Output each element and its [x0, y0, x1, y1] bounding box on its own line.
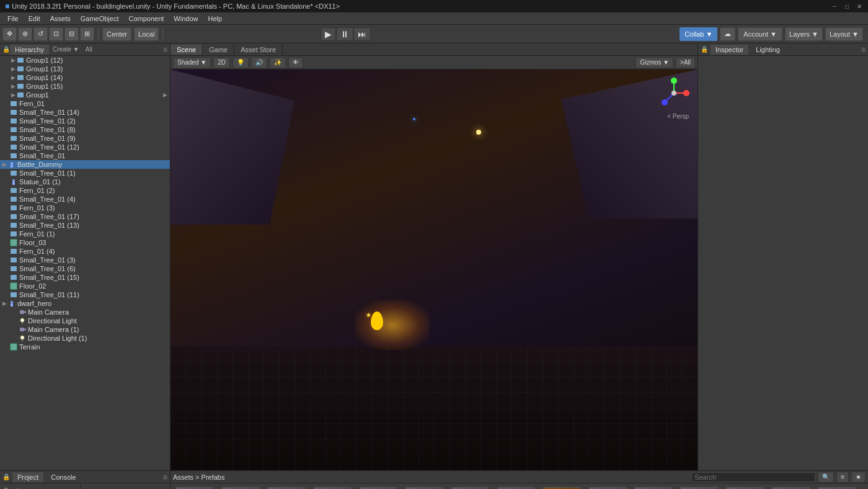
menu-item-component[interactable]: Component	[123, 14, 169, 24]
asset-search-input[interactable]	[691, 472, 815, 482]
console-tab[interactable]: Console	[46, 472, 81, 482]
collab-button[interactable]: Collab ▼	[680, 27, 717, 41]
audio-toggle[interactable]: 🔊	[251, 57, 267, 68]
hierarchy-tab[interactable]: Hierarchy	[10, 45, 49, 55]
inspector-lock-icon[interactable]: 🔒	[701, 46, 708, 53]
project-tab[interactable]: Project	[12, 472, 43, 482]
tab-scene[interactable]: Scene	[170, 45, 203, 55]
hierarchy-item-9[interactable]: Small_Tree_01 (9)	[0, 134, 170, 143]
gizmos-button[interactable]: Gizmos ▼	[636, 57, 673, 68]
menu-item-assets[interactable]: Assets	[45, 14, 76, 24]
asset-item-3[interactable]: Battle_Du...	[311, 486, 354, 489]
hierarchy-item-29[interactable]: Main Camera	[0, 308, 170, 316]
shading-dropdown[interactable]: Shaded ▼	[173, 57, 211, 68]
hierarchy-item-3[interactable]: ▶Group1 (15)	[0, 82, 170, 91]
scene-view[interactable]: < Persp ★	[170, 70, 698, 470]
pause-button[interactable]: ⏸	[336, 27, 353, 41]
hierarchy-item-11[interactable]: Small_Tree_01	[0, 151, 170, 160]
hierarchy-item-21[interactable]: Floor_03	[0, 238, 170, 247]
hierarchy-item-22[interactable]: Fern_01 (4)	[0, 247, 170, 256]
scale-tool[interactable]: ⊡	[49, 27, 63, 41]
hierarchy-item-30[interactable]: Directional Light	[0, 316, 170, 325]
hierarchy-item-5[interactable]: Fern_01	[0, 99, 170, 108]
asset-item-0[interactable]: Barrier_01	[173, 486, 216, 489]
asset-item-10[interactable]: Door_01	[632, 486, 675, 489]
rotate-tool[interactable]: ↺	[33, 27, 48, 41]
asset-star-btn[interactable]: ★	[851, 472, 866, 483]
effects-toggle[interactable]: ✨	[270, 57, 286, 68]
asset-view-btn[interactable]: ≡	[836, 472, 849, 483]
menu-item-gameobject[interactable]: GameObject	[76, 14, 124, 24]
hierarchy-item-12[interactable]: ▶Battle_Dummy	[0, 160, 170, 169]
hierarchy-item-23[interactable]: Small_Tree_01 (3)	[0, 256, 170, 264]
hierarchy-item-20[interactable]: Fern_01 (1)	[0, 230, 170, 238]
hierarchy-item-8[interactable]: Small_Tree_01 (8)	[0, 125, 170, 134]
menu-item-file[interactable]: File	[2, 14, 24, 24]
hidden-objects-toggle[interactable]: 👁	[288, 57, 303, 68]
hierarchy-item-2[interactable]: ▶Group1 (14)	[0, 73, 170, 82]
hierarchy-item-17[interactable]: Fern_01 (3)	[0, 204, 170, 212]
asset-item-2[interactable]: Barrier_03	[265, 486, 308, 489]
menu-item-help[interactable]: Help	[203, 14, 227, 24]
rect-tool[interactable]: ⊟	[64, 27, 79, 41]
menu-item-edit[interactable]: Edit	[24, 14, 45, 24]
lighting-toggle[interactable]: 💡	[232, 57, 249, 68]
asset-item-6[interactable]: Broken_Bri...	[448, 486, 492, 489]
hierarchy-item-27[interactable]: Small_Tree_01 (11)	[0, 290, 170, 299]
asset-item-14[interactable]: Floor_03	[815, 486, 859, 489]
hierarchy-item-10[interactable]: Small_Tree_01 (12)	[0, 143, 170, 151]
asset-item-9[interactable]: Cliffs	[586, 486, 629, 489]
asset-item-13[interactable]: Floor_02	[769, 486, 813, 489]
hierarchy-item-25[interactable]: Small_Tree_01 (15)	[0, 273, 170, 282]
asset-item-1[interactable]: Barrier_02	[219, 486, 262, 489]
layers-button[interactable]: Layers ▼	[785, 27, 823, 41]
asset-filter-btn[interactable]: 🔍	[818, 472, 834, 483]
project-lock-icon[interactable]: 🔒	[2, 473, 10, 480]
hierarchy-lock-icon[interactable]: 🔒	[2, 46, 10, 53]
hierarchy-item-4[interactable]: ▶Group1▶	[0, 91, 170, 99]
hierarchy-item-26[interactable]: Floor_02	[0, 282, 170, 290]
layout-button[interactable]: Layout ▼	[825, 27, 863, 41]
hierarchy-item-13[interactable]: Small_Tree_01 (1)	[0, 169, 170, 177]
inspector-menu-icon[interactable]: ≡	[861, 45, 866, 54]
pivot-local-button[interactable]: Local	[134, 27, 159, 41]
pivot-center-button[interactable]: Center	[102, 27, 131, 41]
tab-asset-store[interactable]: Asset Store	[234, 45, 283, 55]
hierarchy-item-33[interactable]: Terrain	[0, 343, 170, 351]
hand-tool[interactable]: ✥	[2, 27, 17, 41]
hierarchy-menu-icon[interactable]: ≡	[163, 45, 167, 54]
asset-item-7[interactable]: Broken_Flo...	[494, 486, 538, 489]
hierarchy-item-7[interactable]: Small_Tree_01 (2)	[0, 117, 170, 125]
asset-item-12[interactable]: Floor_01	[724, 486, 767, 489]
hierarchy-item-1[interactable]: ▶Group1 (13)	[0, 65, 170, 73]
hierarchy-item-28[interactable]: ▶dwarf_hero	[0, 299, 170, 308]
play-button[interactable]: ▶	[321, 27, 336, 41]
hierarchy-item-31[interactable]: Main Camera (1)	[0, 325, 170, 334]
hierarchy-item-24[interactable]: Small_Tree_01 (6)	[0, 264, 170, 273]
menu-item-window[interactable]: Window	[169, 14, 203, 24]
hierarchy-item-18[interactable]: Small_Tree_01 (17)	[0, 212, 170, 221]
project-menu-icon[interactable]: ≡	[163, 473, 167, 482]
hierarchy-item-14[interactable]: Statue_01 (1)	[0, 177, 170, 186]
hierarchy-item-19[interactable]: Small_Tree_01 (13)	[0, 221, 170, 230]
asset-item-8[interactable]: Chest	[540, 486, 583, 489]
inspector-tab[interactable]: Inspector	[711, 45, 748, 55]
lighting-tab[interactable]: Lighting	[751, 45, 785, 55]
maximize-button[interactable]: □	[843, 2, 851, 10]
hierarchy-item-16[interactable]: Small_Tree_01 (4)	[0, 195, 170, 204]
transform-tool[interactable]: ⊞	[80, 27, 94, 41]
asset-item-4[interactable]: Bridge_01	[356, 486, 400, 489]
all-layers-button[interactable]: >All	[676, 57, 695, 68]
asset-item-5[interactable]: Broken_Bri...	[402, 486, 446, 489]
mode-2d-button[interactable]: 2D	[213, 57, 230, 68]
cloud-button[interactable]: ☁	[720, 27, 735, 41]
step-button[interactable]: ⏭	[353, 27, 371, 41]
account-button[interactable]: Account ▼	[738, 27, 782, 41]
tab-game[interactable]: Game	[203, 45, 234, 55]
asset-item-11[interactable]: Flag_01	[678, 486, 721, 489]
hierarchy-item-6[interactable]: Small_Tree_01 (14)	[0, 108, 170, 117]
hierarchy-item-15[interactable]: Fern_01 (2)	[0, 186, 170, 195]
close-button[interactable]: ✕	[856, 2, 863, 10]
hierarchy-all-btn[interactable]: All	[86, 46, 92, 53]
hierarchy-item-0[interactable]: ▶Group1 (12)	[0, 56, 170, 65]
